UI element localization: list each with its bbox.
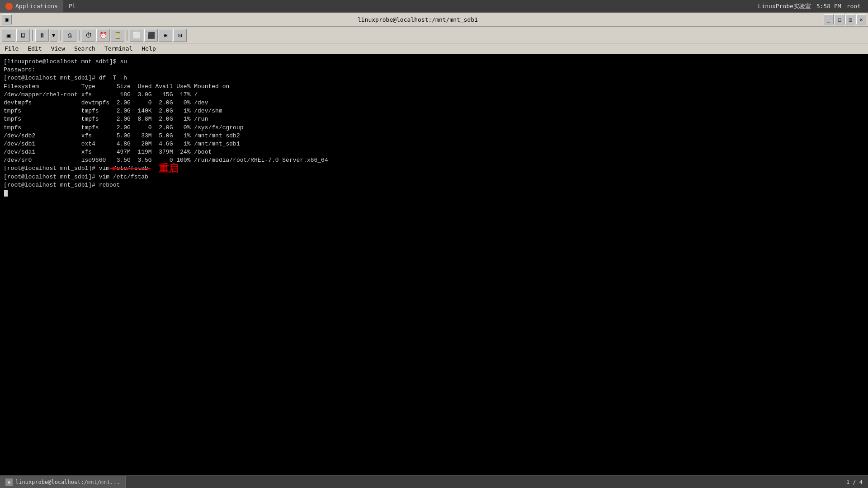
print-button[interactable]: ⎙ (63, 29, 76, 42)
system-bar-right: LinuxProbe实验室 5:58 PM root (758, 2, 868, 10)
restore-button[interactable]: ◫ (845, 14, 855, 24)
applications-menu[interactable]: Applications (0, 0, 63, 13)
taskbar-item-label: linuxprobe@localhost:/mnt/mnt... (15, 479, 120, 485)
title-bar-buttons: _ □ ◫ ✕ (824, 14, 866, 24)
time-btn-1[interactable]: ⏱ (82, 29, 95, 42)
menu-terminal[interactable]: Terminal (100, 43, 137, 54)
taskbar-terminal-icon: ▣ (5, 479, 13, 486)
taskbar-right: 1 / 4 (846, 479, 868, 485)
lab-name: LinuxProbe实验室 (758, 2, 811, 10)
app-icon (5, 3, 13, 10)
taskbar-terminal-item[interactable]: ▣ linuxprobe@localhost:/mnt/mnt... (0, 476, 126, 488)
terminal-icon: ▣ (2, 14, 12, 24)
time-btn-3[interactable]: ⏳ (111, 29, 124, 42)
toolbar-btn-2[interactable]: 🖥 (16, 29, 30, 42)
pause-dropdown[interactable]: ▼ (50, 29, 57, 42)
toolbar: ▣ 🖥 ⏸ ▼ ⎙ ⏱ ⏰ ⏳ ⬜ ⬛ ⊞ ⊡ (0, 27, 868, 43)
arrow-svg (105, 164, 155, 173)
toolbar-btn-1[interactable]: ▣ (2, 29, 15, 42)
pause-button[interactable]: ⏸ (35, 29, 49, 42)
svg-marker-1 (110, 166, 115, 171)
title-bar-icons: ▣ (2, 14, 12, 24)
view-btn-2[interactable]: ⬛ (144, 29, 158, 42)
view-btn-3[interactable]: ⊞ (159, 29, 172, 42)
close-button[interactable]: ✕ (856, 14, 866, 24)
maximize-button[interactable]: □ (835, 14, 844, 24)
title-bar: ▣ linuxprobe@localhost:/mnt/mnt_sdb1 _ □… (0, 13, 868, 27)
menu-edit[interactable]: Edit (23, 43, 46, 54)
reboot-annotation: 重启 (105, 162, 179, 175)
taskbar-left: ▣ linuxprobe@localhost:/mnt/mnt... (0, 476, 126, 488)
view-btn-4[interactable]: ⊡ (173, 29, 187, 42)
terminal-area[interactable]: [linuxprobe@localhost mnt_sdb1]$ su Pass… (0, 54, 868, 475)
toolbar-separator-3 (79, 30, 80, 41)
taskbar: ▣ linuxprobe@localhost:/mnt/mnt... 1 / 4 (0, 475, 868, 488)
page-indicator: 1 / 4 (846, 479, 863, 485)
system-bar-left: Applications Pl (0, 0, 81, 13)
view-btn-1[interactable]: ⬜ (130, 29, 143, 42)
toolbar-separator-2 (60, 30, 61, 41)
toolbar-separator-4 (127, 30, 127, 41)
applications-label: Applications (15, 3, 58, 9)
terminal-cursor (4, 190, 8, 197)
places-menu[interactable]: Pl (63, 0, 81, 13)
menu-bar: File Edit View Search Terminal Help (0, 43, 868, 54)
user-label: root (847, 3, 861, 9)
system-bar: Applications Pl LinuxProbe实验室 5:58 PM ro… (0, 0, 868, 13)
reboot-label: 重启 (159, 162, 179, 175)
toolbar-separator-1 (32, 30, 33, 41)
window-title: linuxprobe@localhost:/mnt/mnt_sdb1 (12, 16, 824, 23)
minimize-button[interactable]: _ (824, 14, 834, 24)
menu-search[interactable]: Search (70, 43, 100, 54)
menu-view[interactable]: View (47, 43, 70, 54)
menu-file[interactable]: File (0, 43, 23, 54)
menu-help[interactable]: Help (137, 43, 160, 54)
clock: 5:58 PM (816, 3, 841, 9)
time-btn-2[interactable]: ⏰ (96, 29, 110, 42)
